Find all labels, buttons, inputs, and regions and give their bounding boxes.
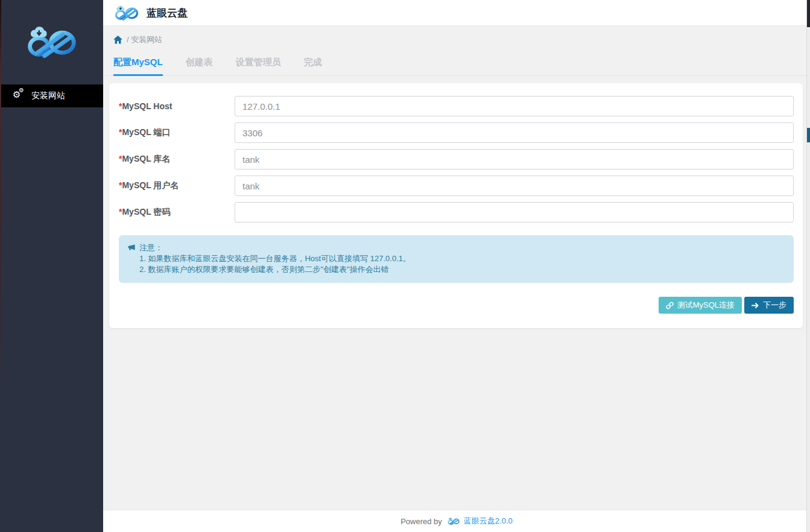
mysql-schema-label: *MySQL 库名 — [119, 154, 235, 165]
megaphone-icon — [127, 244, 136, 252]
main-area: 蓝眼云盘 / 安装网站 配置MySQL 创建表 设置管理员 完成 *MySQL … — [103, 0, 810, 532]
mysql-host-label: *MySQL Host — [119, 101, 235, 111]
mysql-password-input[interactable] — [235, 202, 794, 223]
form-row-mysql-password: *MySQL 密码 — [119, 202, 794, 223]
powered-by-text: Powered by — [400, 517, 442, 526]
cogs-icon: ⚙⚙ — [13, 90, 26, 101]
app-logo-icon — [446, 517, 461, 525]
next-step-button[interactable]: 下一步 — [744, 297, 794, 314]
footer-brand-link[interactable]: 蓝眼云盘2.0.0 — [464, 516, 513, 527]
scrollbar-dark-segment — [807, 0, 810, 27]
tab-set-admin[interactable]: 设置管理员 — [236, 50, 281, 76]
breadcrumb: / 安装网站 — [103, 26, 810, 50]
mysql-host-input[interactable] — [235, 96, 794, 116]
header: 蓝眼云盘 — [103, 0, 810, 26]
form-row-mysql-port: *MySQL 端口 — [119, 122, 794, 143]
sidebar-item-label: 安装网站 — [31, 90, 65, 101]
app-title: 蓝眼云盘 — [147, 6, 188, 20]
wizard-tabs: 配置MySQL 创建表 设置管理员 完成 — [103, 50, 810, 76]
notice-box: 注意： 1. 如果数据库和蓝眼云盘安装在同一台服务器，Host可以直接填写 12… — [119, 235, 794, 283]
tab-create-tables[interactable]: 创建表 — [186, 50, 213, 76]
arrow-right-icon — [751, 302, 759, 309]
tab-finish[interactable]: 完成 — [304, 50, 322, 76]
form-row-mysql-schema: *MySQL 库名 — [119, 149, 794, 169]
link-icon — [666, 302, 674, 309]
vertical-scrollbar[interactable] — [806, 0, 810, 532]
notice-title-row: 注意： — [127, 242, 785, 253]
mysql-config-card: *MySQL Host *MySQL 端口 *MySQL 库名 *MySQL 用… — [109, 83, 803, 328]
form-row-mysql-username: *MySQL 用户名 — [119, 176, 794, 196]
app-logo-icon — [22, 25, 82, 59]
mysql-password-label: *MySQL 密码 — [119, 207, 235, 218]
form-row-mysql-host: *MySQL Host — [119, 96, 794, 116]
test-mysql-connection-button[interactable]: 测试MySQL连接 — [659, 297, 742, 314]
mysql-port-label: *MySQL 端口 — [119, 127, 235, 138]
notice-title: 注意： — [139, 242, 163, 253]
footer: Powered by 蓝眼云盘2.0.0 — [103, 510, 810, 532]
actions-row: 测试MySQL连接 下一步 — [119, 297, 794, 314]
scrollbar-thumb[interactable] — [807, 128, 810, 142]
notice-item: 2. 数据库账户的权限要求要能够创建表，否则第二步"创建表"操作会出错 — [139, 264, 785, 275]
tab-configure-mysql[interactable]: 配置MySQL — [113, 50, 163, 76]
breadcrumb-text: / 安装网站 — [127, 34, 162, 45]
app-logo-icon — [112, 5, 141, 21]
sidebar: ⚙⚙ 安装网站 — [0, 0, 103, 532]
sidebar-item-install-site[interactable]: ⚙⚙ 安装网站 — [0, 84, 103, 107]
sidebar-logo — [0, 0, 103, 84]
notice-item: 1. 如果数据库和蓝眼云盘安装在同一台服务器，Host可以直接填写 127.0.… — [139, 253, 785, 264]
mysql-port-input[interactable] — [235, 122, 794, 143]
home-icon[interactable] — [113, 36, 122, 44]
mysql-username-label: *MySQL 用户名 — [119, 180, 235, 191]
mysql-schema-input[interactable] — [235, 149, 794, 169]
notice-items: 1. 如果数据库和蓝眼云盘安装在同一台服务器，Host可以直接填写 127.0.… — [139, 253, 785, 275]
mysql-username-input[interactable] — [235, 176, 794, 196]
